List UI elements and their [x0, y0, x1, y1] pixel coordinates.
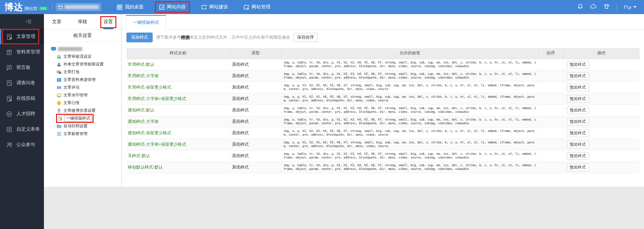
- cell-sort: [538, 116, 563, 127]
- sidebar-item-online-submission[interactable]: 在线投稿: [0, 91, 44, 106]
- settings-item-weibo-share[interactable]: 文章微博共享设置: [44, 107, 121, 114]
- style-name-link[interactable]: 通知样式-默认: [128, 108, 154, 112]
- settings-item-label: 文章资料来源管理: [63, 77, 96, 83]
- current-site-selector[interactable]: [56, 3, 101, 11]
- style-name-link[interactable]: 常用样式-保留更少格式: [128, 85, 171, 90]
- username-label: flp: [624, 5, 631, 10]
- preview-style-button[interactable]: 预览样式: [567, 118, 589, 126]
- panel-tab-review[interactable]: 审核: [70, 14, 96, 29]
- cell-operation: 预览样式: [563, 70, 640, 82]
- settings-item-tag-manage[interactable]: 文章标签管理: [44, 130, 121, 138]
- save-sort-button[interactable]: 保存排序: [293, 33, 318, 42]
- sidebar-item-article-management[interactable]: 文章管理: [0, 29, 44, 44]
- sidebar-item-custom-form[interactable]: 自定义表单: [0, 122, 44, 137]
- panel-tab-article[interactable]: 文章: [44, 14, 70, 29]
- sidebar-collapse-button[interactable]: [0, 14, 44, 29]
- settings-item-label: 文章标签管理: [63, 131, 88, 137]
- cloud-button[interactable]: [590, 3, 597, 11]
- settings-item-article-pack[interactable]: 文章打包: [44, 68, 121, 76]
- app-logo: 博达 网站群 V10: [0, 1, 47, 13]
- table-row: 通知样式-保留更少格式系统样式img, a, p, h1, h2, h3, h4…: [126, 127, 640, 139]
- cell-operation: 预览样式: [563, 150, 640, 162]
- nav-item-site-content[interactable]: 网站内容: [158, 0, 187, 14]
- sidebar-item-label: 资料库管理: [16, 49, 40, 55]
- theme-button[interactable]: [603, 3, 610, 11]
- cell-operation: 预览样式: [563, 82, 640, 93]
- settings-item-label: 文章审核流设定: [63, 54, 92, 59]
- preview-style-button[interactable]: 预览样式: [567, 95, 589, 103]
- preview-style-button[interactable]: 预览样式: [567, 61, 589, 68]
- settings-item-mood[interactable]: 文章心情: [44, 99, 121, 107]
- preview-style-button[interactable]: 预览样式: [567, 141, 589, 148]
- panel-tab-label: 设置: [104, 19, 113, 25]
- style-name-link[interactable]: 常用样式-大字体+保留更少格式: [128, 96, 186, 101]
- cell-operation: 预览样式: [563, 127, 640, 139]
- cell-allowed-tags: img, a, p, h1, h2, h3, h4, h5, h6, h7, s…: [281, 127, 538, 139]
- table-row: 常用样式-保留更少格式系统样式img, a, p, h1, h2, h3, h4…: [126, 82, 640, 93]
- cell-style-type: 系统样式: [230, 139, 281, 150]
- style-name-link[interactable]: 通知样式-保留更少格式: [128, 131, 171, 135]
- chat-icon: [6, 64, 12, 71]
- user-menu[interactable]: flp: [624, 5, 637, 10]
- tab-one-click-style[interactable]: 一键排版样式: [126, 15, 166, 30]
- preview-style-button[interactable]: 预览样式: [567, 106, 589, 114]
- nav-item-site-manage[interactable]: 网站管理: [242, 0, 272, 14]
- add-style-button[interactable]: 添加样式: [126, 33, 153, 42]
- sidebar-item-message-board[interactable]: 留言板: [0, 60, 44, 75]
- cell-style-name: 常用样式-大字体: [126, 70, 230, 82]
- style-name-link[interactable]: 移动默认样式-默认: [128, 165, 163, 170]
- preview-style-button[interactable]: 预览样式: [567, 84, 589, 91]
- style-name-link[interactable]: 通知样式-大字体: [128, 119, 159, 124]
- cell-style-name: 常用样式-大字体+保留更少格式: [126, 93, 230, 104]
- preview-style-button[interactable]: 预览样式: [567, 152, 589, 160]
- style-name-link[interactable]: 无样式-默认: [128, 153, 150, 158]
- style-name-link[interactable]: 常用样式-默认: [128, 62, 154, 67]
- collapse-menu-icon: [25, 19, 32, 24]
- table-row: 通知样式-默认系统样式img, a, table, tr, td, div, p…: [126, 104, 640, 116]
- people-icon: [6, 142, 12, 148]
- window-gear-icon: [244, 4, 249, 10]
- sidebar-item-library-management[interactable]: 资料库管理: [0, 44, 44, 60]
- version-badge: V10: [39, 6, 47, 10]
- cell-style-name: 通知样式-大字体+保留更少格式: [126, 139, 230, 150]
- panel-tab-settings[interactable]: 设置: [95, 14, 121, 29]
- settings-item-source-manage[interactable]: 文章资料来源管理: [44, 76, 121, 84]
- sidebar-item-public-participation[interactable]: 公众参与: [0, 137, 44, 152]
- person-blue-icon: [57, 62, 61, 67]
- cell-allowed-tags: img, a, table, tr, td, div, p, h1, h2, h…: [281, 162, 538, 173]
- cell-style-name: 常用样式-保留更少格式: [126, 82, 230, 93]
- nav-item-site-build[interactable]: 网站建设: [200, 0, 229, 14]
- cell-style-type: 系统样式: [230, 59, 281, 70]
- settings-item-site-root[interactable]: [44, 45, 121, 53]
- settings-item-auto-archive[interactable]: 自动归档设置: [44, 122, 121, 130]
- tshirt-icon: [603, 3, 610, 9]
- sidebar-item-recruitment[interactable]: 聘人才招聘: [0, 106, 44, 122]
- style-name-link[interactable]: 常用样式-大字体: [128, 74, 159, 78]
- preview-style-button[interactable]: 预览样式: [567, 72, 589, 80]
- table-row: 常用样式-默认系统样式img, a, table, tr, td, div, p…: [126, 59, 640, 70]
- settings-item-watermark[interactable]: 文章水印管理: [44, 91, 121, 99]
- settings-item-external-perm[interactable]: 外来文章管理权限设置: [44, 60, 121, 68]
- cell-style-type: 系统样式: [230, 162, 281, 173]
- preview-style-button[interactable]: 预览样式: [567, 129, 589, 137]
- secondary-panel: 文章审核设置 相关设置 文章审核流设定外来文章管理权限设置文章打包文章资料来源管…: [44, 14, 121, 187]
- nav-item-my-desktop[interactable]: 我的桌面: [115, 0, 145, 14]
- settings-item-comments[interactable]: 文章评论: [44, 84, 121, 91]
- sidebar-item-label: 留言板: [16, 64, 31, 71]
- folder-icon: [57, 124, 61, 129]
- preview-style-button[interactable]: 预览样式: [567, 164, 589, 171]
- settings-item-review-flow[interactable]: 文章审核流设定: [44, 53, 121, 60]
- doc-pen-icon: [6, 95, 12, 102]
- notifications-button[interactable]: [577, 3, 583, 11]
- cell-style-type: 系统样式: [230, 70, 281, 82]
- cell-sort: [538, 82, 563, 93]
- recruit-circle-icon: 聘: [6, 111, 12, 117]
- settings-item-one-click-style[interactable]: 一键排版样式: [44, 114, 121, 122]
- toolbar: 添加样式 请下载并参考样例来定义您的样式文件，文件中定义的名称不能随意修改 保存…: [126, 33, 639, 42]
- cell-style-type: 系统样式: [230, 150, 281, 162]
- sample-link[interactable]: 样例: [181, 35, 190, 40]
- cell-style-name: 常用样式-默认: [126, 59, 230, 70]
- sidebar-item-survey[interactable]: ?调查问卷: [0, 75, 44, 91]
- settings-item-label: 文章水印管理: [63, 92, 88, 98]
- style-name-link[interactable]: 通知样式-大字体+保留更少格式: [128, 142, 186, 147]
